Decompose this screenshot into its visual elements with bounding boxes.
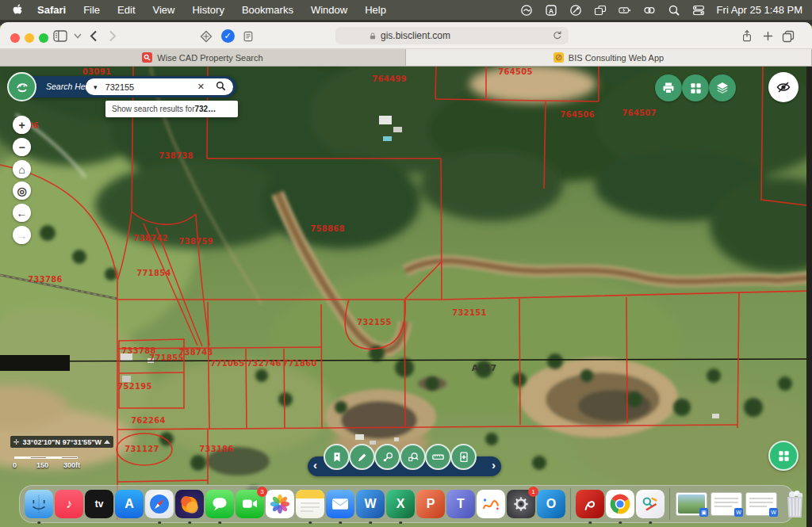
menu-help[interactable]: Help [365, 4, 386, 16]
menu-bar-clock[interactable]: Fri Apr 25 1:48 PM [717, 4, 802, 16]
expand-coordinates-icon[interactable] [104, 440, 110, 444]
parcel-label: 758868 [310, 224, 345, 233]
dock-word[interactable]: W [356, 490, 385, 518]
traffic-light-minimize[interactable] [25, 33, 34, 43]
extension-check-icon[interactable]: ✓ [220, 29, 236, 44]
forward-button[interactable] [105, 29, 121, 44]
dock-minimized-doc-window-2[interactable]: W [745, 492, 777, 516]
dock-toolbox[interactable] [636, 490, 665, 518]
svg-text:A: A [549, 6, 553, 14]
print-button[interactable] [655, 74, 682, 101]
tab-overview-icon[interactable] [780, 29, 796, 44]
dock-teams[interactable]: T [446, 490, 475, 518]
search-field[interactable]: ▾ ✕ [86, 78, 233, 95]
running-indicator [588, 521, 592, 525]
forward-extent-button[interactable]: → [13, 226, 31, 244]
dock-outlook[interactable]: O [537, 490, 565, 518]
tools-scroll-right-icon[interactable]: › [492, 458, 496, 472]
locate-button[interactable]: ◎ [13, 181, 31, 200]
parcel-label: 732746 [247, 359, 282, 368]
parcel-label: 764507 [622, 109, 657, 117]
dock-messages[interactable] [205, 490, 234, 518]
traffic-light-zoom[interactable] [39, 33, 48, 43]
tools-scroll-left-icon[interactable]: ‹ [313, 458, 317, 472]
search-input[interactable] [105, 82, 185, 92]
add-item-button[interactable] [450, 444, 477, 470]
dock-excel[interactable]: X [386, 490, 415, 518]
home-button[interactable]: ⌂ [13, 160, 31, 178]
new-tab-icon[interactable] [760, 29, 776, 44]
dock-tv[interactable]: tv [85, 490, 113, 518]
search-type-dropdown-icon[interactable]: ▾ [94, 83, 98, 91]
menu-edit[interactable]: Edit [117, 4, 135, 16]
menu-history[interactable]: History [192, 4, 224, 16]
dock-freeform[interactable] [477, 490, 505, 518]
text-a-icon[interactable]: A [545, 4, 557, 17]
link-icon[interactable] [643, 4, 656, 17]
back-extent-button[interactable]: ← [13, 204, 31, 222]
app-logo-icon[interactable] [7, 72, 36, 101]
search-bar: Search Here: ▾ ✕ [10, 76, 236, 97]
zoom-in-button[interactable]: + [13, 116, 31, 134]
running-indicator [188, 521, 191, 525]
draw-button[interactable] [349, 444, 375, 470]
creative-cloud-icon[interactable] [520, 4, 533, 17]
address-bar[interactable]: gis.bisclient.com [335, 27, 569, 44]
dock-trash[interactable] [782, 489, 808, 519]
reader-icon[interactable] [240, 29, 256, 44]
share-icon[interactable] [739, 29, 755, 44]
dock-music[interactable]: ♪ [55, 490, 83, 518]
dock-firefox[interactable] [175, 490, 204, 518]
dock-mail[interactable] [326, 490, 354, 518]
map-search-button[interactable] [400, 444, 426, 470]
spotlight-icon[interactable] [668, 4, 680, 17]
search-icon[interactable] [216, 80, 226, 94]
search-suggestion[interactable]: Show search results for 732… [105, 101, 238, 117]
tab-wise-cad-property-search[interactable]: Wise CAD Property Search [0, 49, 406, 66]
dock-minimized-doc-window[interactable]: W [710, 492, 742, 516]
extension-icon[interactable] [198, 29, 214, 44]
parcel-search-button[interactable] [374, 444, 400, 470]
reload-icon[interactable] [552, 29, 562, 44]
dock-photos[interactable] [266, 490, 294, 518]
running-indicator [37, 521, 40, 525]
dock-safari[interactable] [145, 490, 174, 518]
dock-app-store[interactable]: A [115, 490, 144, 518]
clear-search-icon[interactable]: ✕ [197, 82, 205, 92]
layers-button[interactable] [709, 74, 736, 101]
apple-menu[interactable] [13, 4, 23, 16]
parcel-label: 764506 [560, 110, 595, 119]
tab-bis-consulting-web-app[interactable]: BIS Consulting Web App [406, 49, 812, 66]
menu-view[interactable]: View [153, 4, 175, 16]
sidebar-chevron-icon[interactable] [70, 29, 86, 44]
dock-chrome[interactable] [606, 490, 634, 518]
menu-window[interactable]: Window [311, 4, 347, 16]
basemap-button[interactable] [768, 441, 799, 471]
displays-icon[interactable] [594, 4, 607, 17]
grid-button[interactable] [682, 74, 709, 101]
traffic-light-close[interactable] [10, 33, 20, 43]
bookmarks-button[interactable] [324, 444, 350, 470]
dock-finder[interactable] [25, 490, 53, 518]
dock-powerpoint[interactable]: P [416, 490, 445, 518]
dock-notes[interactable] [296, 490, 324, 518]
measure-button[interactable] [425, 444, 451, 470]
dock-acrobat[interactable] [576, 490, 604, 518]
control-center-icon[interactable] [692, 4, 705, 17]
parcel-label: 771860 [282, 359, 317, 368]
dock-system-settings[interactable]: 1 [507, 490, 535, 518]
sidebar-toggle-icon[interactable] [52, 29, 68, 44]
menu-safari[interactable]: Safari [37, 4, 66, 16]
dock-minimized-photo-window[interactable]: ▣ [676, 492, 707, 516]
dock-facetime[interactable]: 3 [236, 490, 264, 518]
scale-labels: 0150300ft [11, 461, 90, 469]
map-canvas[interactable]: 0309118676449976450576450676450773873873… [0, 67, 812, 527]
back-button[interactable] [86, 29, 102, 44]
menu-file[interactable]: File [83, 4, 100, 16]
battery-icon[interactable] [619, 4, 631, 17]
zoom-out-button[interactable]: − [13, 138, 31, 156]
menu-bookmarks[interactable]: Bookmarks [242, 4, 293, 16]
hide-ui-button[interactable] [768, 72, 799, 102]
coordinates-text: 33°02'10"N 97°31'55"W [23, 438, 102, 446]
shortcuts-icon[interactable] [569, 4, 582, 17]
